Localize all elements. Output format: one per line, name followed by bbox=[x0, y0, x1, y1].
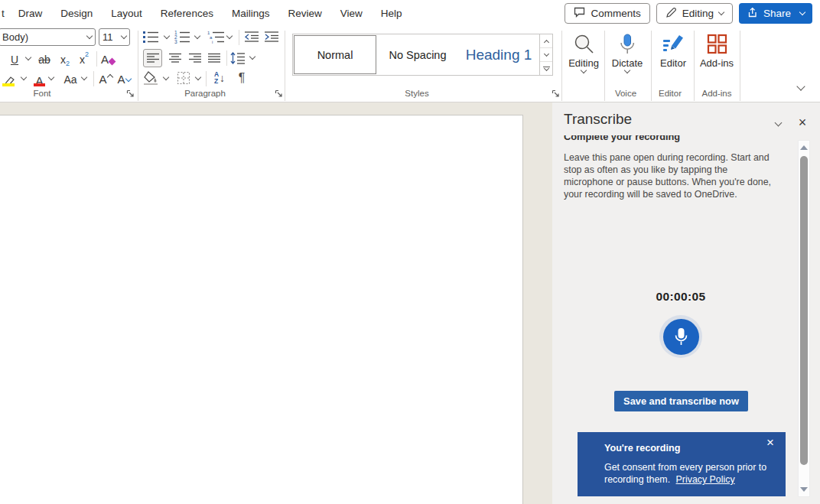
change-case-dropdown-icon[interactable] bbox=[81, 74, 87, 80]
editor-button[interactable]: Editor bbox=[652, 31, 694, 87]
shading-dropdown-icon[interactable] bbox=[163, 74, 169, 80]
increase-indent-button[interactable] bbox=[264, 30, 279, 44]
font-name-combo[interactable]: Body) bbox=[0, 28, 96, 46]
highlight-dropdown-icon[interactable] bbox=[21, 74, 27, 80]
microphone-pause-button[interactable] bbox=[659, 315, 702, 358]
scrollbar-thumb[interactable] bbox=[800, 156, 808, 465]
clear-formatting-button[interactable]: A bbox=[100, 50, 116, 66]
style-heading-1[interactable]: Heading 1 bbox=[458, 34, 539, 75]
tab-layout[interactable]: Layout bbox=[102, 0, 151, 27]
multilevel-list-button[interactable]: 1ai bbox=[207, 29, 225, 44]
tab-references[interactable]: References bbox=[151, 0, 223, 27]
comments-button[interactable]: Comments bbox=[565, 3, 649, 24]
svg-text:i: i bbox=[212, 40, 213, 44]
tab-design[interactable]: Design bbox=[51, 0, 102, 27]
shading-button[interactable] bbox=[142, 70, 159, 86]
ribbon: Body) 11 U ab x2 x2 A A Aa A A Font bbox=[0, 27, 820, 102]
document-page[interactable] bbox=[0, 115, 523, 504]
style-normal[interactable]: Normal bbox=[294, 35, 376, 74]
align-right-button[interactable] bbox=[187, 50, 203, 67]
pane-collapse-button[interactable] bbox=[770, 115, 786, 132]
pane-close-button[interactable]: × bbox=[794, 114, 811, 131]
scrollbar-up-arrow[interactable] bbox=[800, 145, 808, 150]
share-label: Share bbox=[763, 8, 791, 19]
tab-review[interactable]: Review bbox=[278, 0, 330, 27]
change-case-button[interactable]: Aa bbox=[61, 70, 80, 86]
shrink-caret-icon bbox=[125, 76, 131, 82]
align-left-button[interactable] bbox=[143, 49, 162, 67]
addins-button[interactable]: Add-ins bbox=[696, 31, 737, 87]
styles-gallery: Normal No Spacing Heading 1 bbox=[292, 34, 540, 76]
font-dialog-launcher[interactable] bbox=[125, 89, 135, 99]
sort-button[interactable]: A Z ↓ bbox=[210, 69, 229, 87]
grow-font-button[interactable]: A bbox=[98, 70, 113, 86]
editor-pen-icon bbox=[662, 34, 684, 54]
line-spacing-button[interactable] bbox=[229, 50, 246, 67]
font-color-button[interactable]: A bbox=[32, 69, 47, 87]
font-color-swatch bbox=[34, 83, 45, 86]
borders-dropdown-icon[interactable] bbox=[195, 74, 201, 80]
styles-scroll-down-button[interactable] bbox=[540, 48, 552, 62]
show-marks-button[interactable]: ¶ bbox=[234, 69, 249, 87]
eraser-icon bbox=[109, 58, 116, 66]
shrink-font-button[interactable]: A bbox=[116, 70, 132, 86]
font-size-value: 11 bbox=[102, 31, 113, 43]
dictate-button[interactable]: Dictate bbox=[607, 31, 648, 87]
paragraph-dialog-launcher[interactable] bbox=[274, 89, 284, 99]
recording-consent-banner: You're recording × Get consent from ever… bbox=[578, 432, 786, 496]
style-no-spacing[interactable]: No Spacing bbox=[377, 34, 458, 75]
editing-mode-button[interactable]: Editing bbox=[656, 3, 733, 24]
pane-title: Transcribe bbox=[564, 111, 632, 128]
editing-mode-label: Editing bbox=[682, 8, 714, 19]
paragraph-group-label: Paragraph bbox=[174, 89, 236, 98]
line-spacing-dropdown-icon[interactable] bbox=[249, 54, 255, 60]
highlight-color-swatch bbox=[2, 83, 15, 86]
menu-bar: t Draw Design Layout References Mailings… bbox=[0, 0, 412, 27]
chevron-down-icon bbox=[799, 9, 805, 15]
subscript-x: x bbox=[60, 54, 66, 66]
font-name-value: Body) bbox=[2, 31, 28, 43]
addins-label: Add-ins bbox=[700, 57, 734, 69]
save-and-transcribe-button[interactable]: Save and transcribe now bbox=[614, 391, 748, 411]
align-center-button[interactable] bbox=[167, 50, 184, 67]
share-icon bbox=[747, 7, 758, 21]
addins-grid-icon bbox=[707, 34, 727, 54]
styles-dialog-launcher[interactable] bbox=[551, 89, 561, 99]
tab-view[interactable]: View bbox=[331, 0, 372, 27]
tab-mailings[interactable]: Mailings bbox=[223, 0, 279, 27]
clear-formatting-a: A bbox=[101, 53, 109, 66]
bullets-dropdown-icon[interactable] bbox=[164, 33, 170, 39]
tab-help[interactable]: Help bbox=[372, 0, 412, 27]
microphone-icon bbox=[618, 34, 636, 54]
subscript-button[interactable]: x2 bbox=[58, 50, 72, 66]
share-button[interactable]: Share bbox=[739, 3, 812, 24]
numbering-button[interactable]: 123 bbox=[174, 29, 190, 44]
comments-label: Comments bbox=[591, 8, 640, 19]
pane-scrollbar[interactable] bbox=[798, 140, 810, 497]
borders-button[interactable] bbox=[175, 70, 192, 86]
superscript-button[interactable]: x2 bbox=[77, 50, 91, 66]
styles-scroll-up-button[interactable] bbox=[540, 34, 552, 48]
tab-draw[interactable]: Draw bbox=[9, 0, 52, 27]
justify-button[interactable] bbox=[206, 50, 223, 67]
highlight-color-button[interactable] bbox=[2, 69, 17, 87]
numbering-dropdown-icon[interactable] bbox=[194, 33, 200, 39]
bullets-button[interactable] bbox=[142, 29, 159, 44]
strikethrough-button[interactable]: ab bbox=[36, 50, 53, 66]
editing-ribbon-button[interactable]: Editing bbox=[563, 31, 604, 87]
tab-insert-partial[interactable]: t bbox=[0, 0, 9, 27]
styles-more-button[interactable] bbox=[540, 62, 552, 75]
multilevel-dropdown-icon[interactable] bbox=[226, 33, 233, 39]
banner-close-button[interactable]: × bbox=[763, 435, 778, 450]
decrease-indent-button[interactable] bbox=[244, 30, 259, 44]
privacy-policy-link[interactable]: Privacy Policy bbox=[676, 474, 735, 485]
underline-dropdown-icon[interactable] bbox=[25, 54, 31, 60]
microphone-icon bbox=[674, 327, 688, 346]
font-color-dropdown-icon[interactable] bbox=[48, 74, 54, 80]
scrollbar-down-arrow[interactable] bbox=[800, 487, 808, 492]
styles-group-label: Styles bbox=[386, 89, 447, 98]
underline-button[interactable]: U bbox=[8, 50, 21, 66]
collapse-ribbon-button[interactable] bbox=[792, 80, 809, 94]
grow-caret-icon bbox=[106, 74, 112, 80]
font-size-combo[interactable]: 11 bbox=[99, 28, 130, 46]
